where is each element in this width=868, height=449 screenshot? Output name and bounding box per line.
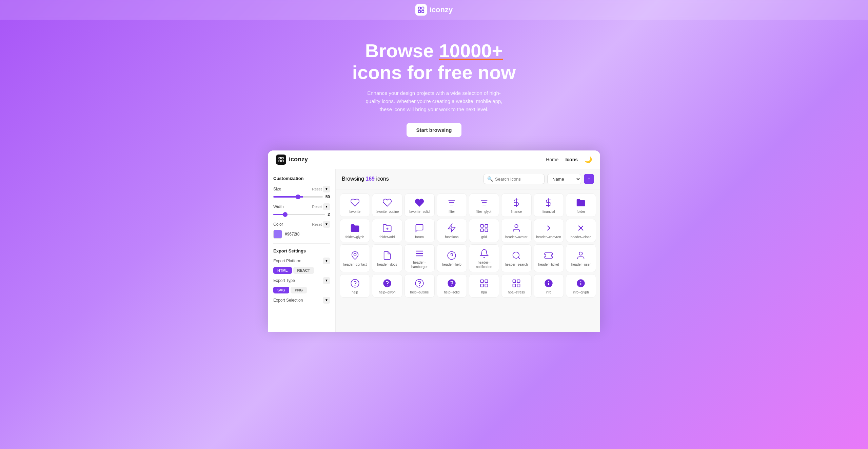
color-reset[interactable]: Reset (312, 222, 322, 226)
svg-point-55 (580, 281, 581, 282)
size-value: 50 (326, 195, 330, 199)
main-content: Browsing 169 icons 🔍 Name Date Popularit… (336, 169, 600, 332)
svg-rect-3 (422, 11, 424, 13)
icon-label: forum (415, 235, 424, 239)
dark-mode-button[interactable]: 🌙 (585, 156, 592, 163)
finance-icon (512, 198, 521, 207)
html-btn[interactable]: HTML (273, 267, 292, 274)
width-slider[interactable] (273, 214, 325, 215)
hero-headline: Browse 10000+ icons for free now (7, 40, 861, 84)
icon-card[interactable]: hpa (469, 274, 499, 298)
svg-point-38 (387, 285, 388, 286)
icon-label: favorite--solid (409, 209, 430, 214)
color-hex-value: #9672f8 (285, 232, 299, 237)
icon-card[interactable]: financial (534, 193, 564, 217)
icon-card[interactable]: folder--glyph (340, 219, 370, 242)
icon-card[interactable]: header--search (501, 244, 531, 272)
help--solid-icon (447, 279, 456, 288)
export-type-row: Export Type ▼ (273, 277, 330, 284)
png-btn[interactable]: PNG (291, 287, 307, 293)
search-icon: 🔍 (487, 176, 493, 182)
export-platform-label: Export Platform (273, 259, 301, 263)
icon-card[interactable]: folder-add (372, 219, 402, 242)
icon-card[interactable]: forum (405, 219, 435, 242)
icon-card[interactable]: header--ticket (534, 244, 564, 272)
icon-label: hpa--stress (508, 290, 525, 294)
svg-btn[interactable]: SVG (273, 287, 289, 293)
icon-card[interactable]: header--contact (340, 244, 370, 272)
browse-header: Browsing 169 icons 🔍 Name Date Popularit… (336, 169, 600, 189)
size-slider[interactable] (273, 196, 323, 198)
search-input[interactable] (495, 177, 541, 182)
icon-card[interactable]: header--avatar (501, 219, 531, 242)
panel-nav: iconzy Home Icons 🌙 (268, 150, 600, 169)
nav-icons[interactable]: Icons (565, 157, 578, 162)
icon-card[interactable]: header--chevron (534, 219, 564, 242)
icon-card[interactable]: info (534, 274, 564, 298)
svg-rect-43 (480, 280, 483, 282)
icon-card[interactable]: filter--glyph (469, 193, 499, 217)
icon-label: header--hamburger (407, 260, 432, 269)
icon-card[interactable]: help--solid (437, 274, 467, 298)
icon-card[interactable]: help--outline (405, 274, 435, 298)
icon-card[interactable]: header--close (566, 219, 596, 242)
icon-card[interactable]: favorite--solid (405, 193, 435, 217)
hpa-icon (479, 279, 489, 288)
folder--glyph-icon (350, 223, 360, 233)
financial-icon (544, 198, 553, 207)
hpa--stress-icon (512, 279, 521, 288)
favorite-icon (350, 198, 360, 207)
svg-rect-45 (480, 284, 483, 287)
icon-card[interactable]: favorite (340, 193, 370, 217)
svg-rect-21 (480, 229, 483, 231)
icon-label: header--avatar (505, 235, 528, 239)
icon-card[interactable]: header--help (437, 244, 467, 272)
color-label: Color (273, 222, 283, 227)
svg-rect-2 (418, 11, 420, 13)
icon-label: folder (577, 209, 585, 214)
icon-card[interactable]: header--notification (469, 244, 499, 272)
icon-card[interactable]: help (340, 274, 370, 298)
icon-card[interactable]: filter (437, 193, 467, 217)
nav-home[interactable]: Home (546, 157, 558, 162)
color-down-btn[interactable]: ▼ (323, 221, 330, 228)
icon-label: functions (445, 235, 458, 239)
export-platform-down[interactable]: ▼ (323, 258, 330, 264)
sort-asc-button[interactable]: ↑ (584, 174, 594, 184)
icon-card[interactable]: hpa--stress (501, 274, 531, 298)
svg-rect-20 (485, 224, 488, 227)
width-down-btn[interactable]: ▼ (323, 203, 330, 210)
color-swatch[interactable] (273, 230, 282, 239)
header--user-icon (576, 251, 586, 260)
icon-card[interactable]: header--hamburger (405, 244, 435, 272)
icon-label: header--ticket (538, 262, 559, 267)
icon-card[interactable]: help--glyph (372, 274, 402, 298)
header--close-icon (576, 223, 586, 233)
icon-card[interactable]: favorite--outline (372, 193, 402, 217)
panel-body: Customization Size Reset ▼ 50 Width R (268, 169, 600, 332)
svg-point-37 (383, 279, 391, 287)
icon-card[interactable]: header--docs (372, 244, 402, 272)
icon-card[interactable]: header--user (566, 244, 596, 272)
icon-card[interactable]: functions (437, 219, 467, 242)
size-reset[interactable]: Reset (312, 187, 322, 191)
sort-select[interactable]: Name Date Popularity (547, 174, 581, 184)
header--chevron-icon (544, 223, 553, 233)
size-down-btn[interactable]: ▼ (323, 186, 330, 192)
icon-card[interactable]: info--glyph (566, 274, 596, 298)
export-selection-down[interactable]: ▼ (323, 297, 330, 304)
icon-card[interactable]: grid (469, 219, 499, 242)
start-browsing-button[interactable]: Start browsing (407, 123, 461, 137)
folder-icon (576, 198, 586, 207)
export-type-label: Export Type (273, 278, 295, 283)
svg-point-23 (515, 224, 518, 227)
width-reset[interactable]: Reset (312, 205, 322, 209)
header--avatar-icon (512, 223, 521, 233)
export-type-down[interactable]: ▼ (323, 277, 330, 284)
search-sort-wrap: 🔍 Name Date Popularity ↑ (484, 174, 594, 184)
react-btn[interactable]: REACT (293, 267, 314, 274)
top-logo: iconzy (415, 4, 453, 16)
icon-label: help--glyph (379, 290, 395, 294)
icon-card[interactable]: finance (501, 193, 531, 217)
icon-card[interactable]: folder (566, 193, 596, 217)
